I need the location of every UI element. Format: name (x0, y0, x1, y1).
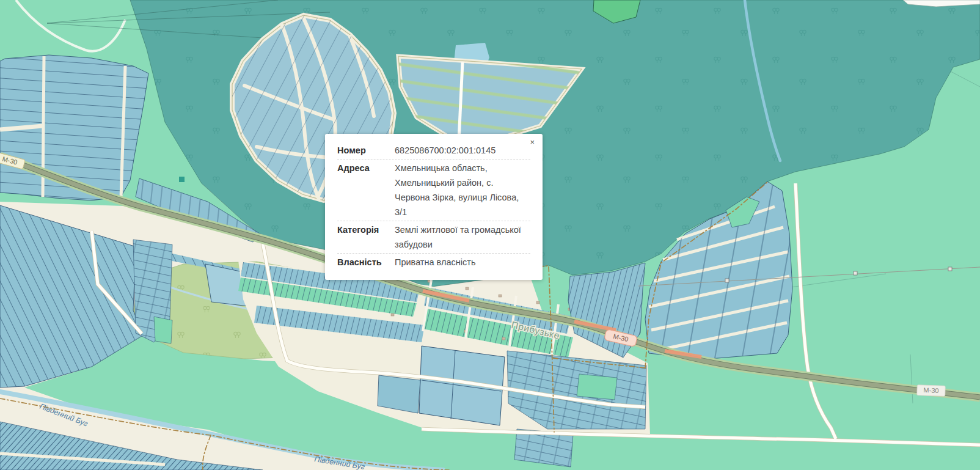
cadastral-map-viewport: М-30 М-30 М-30 Прибузьке Південний Буг П… (0, 0, 980, 470)
highway-shield-right: М-30 (917, 385, 946, 397)
field-value-number: 6825086700:02:001:0145 (395, 143, 530, 158)
field-label-ownership: Власність (337, 255, 395, 270)
popup-row-category: Категорія Землі житлової та громадської … (337, 221, 530, 253)
field-value-address: Хмельницька область, Хмельницький район,… (395, 161, 530, 219)
popup-row-address: Адреса Хмельницька область, Хмельницький… (337, 159, 530, 221)
parcel-info-popup: × Номер 6825086700:02:001:0145 Адреса Хм… (325, 134, 543, 280)
popup-row-number: Номер 6825086700:02:001:0145 (337, 142, 530, 159)
field-label-address: Адреса (337, 161, 395, 219)
close-icon[interactable]: × (527, 136, 537, 149)
popup-row-ownership: Власність Приватна власність (337, 253, 530, 271)
field-label-category: Категорія (337, 222, 395, 252)
field-value-ownership: Приватна власність (395, 255, 530, 270)
highway-shield-right-label: М-30 (923, 386, 938, 394)
small-teal-parcel (179, 177, 185, 182)
field-value-category: Землі житлової та громадської забудови (395, 222, 530, 252)
field-label-number: Номер (337, 143, 395, 158)
